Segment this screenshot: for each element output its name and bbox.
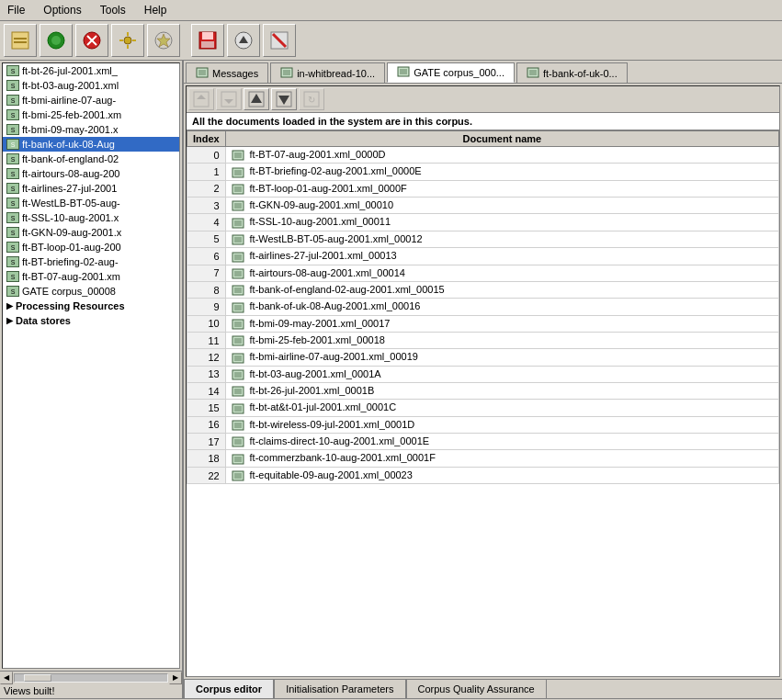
scroll-right-btn[interactable]: ▶ [169,672,182,684]
left-item-ft-bank-of-england-02[interactable]: Sft-bank-of-england-02 [3,152,179,166]
doc-icon [232,268,247,278]
row-name[interactable]: ft-BT-07-aug-2001.xml_0000D [225,147,778,164]
table-row[interactable]: 13 ft-bt-03-aug-2001.xml_0001A [187,366,779,382]
left-item-ft-bmi-25-feb-2001[interactable]: Sft-bmi-25-feb-2001.xm [3,107,179,122]
bottom-tab-corpus-editor[interactable]: Corpus editor [184,680,274,698]
row-name[interactable]: ft-bt-at&t-01-jul-2001.xml_0001C [225,400,778,416]
corpus-table[interactable]: Index Document name 0 ft-BT-07-aug-2001.… [187,130,779,676]
row-name[interactable]: ft-airtours-08-aug-2001.xml_00014 [225,265,778,281]
refresh-btn[interactable]: ↻ [299,88,324,110]
svg-rect-12 [132,40,136,41]
new-app-btn[interactable] [4,24,37,57]
move-up-btn[interactable] [244,88,269,110]
table-row[interactable]: 6 ft-airlines-27-jul-2001.xml_00013 [187,248,779,265]
left-item-ft-bank-of-uk-08-Aug[interactable]: Sft-bank-of-uk-08-Aug [3,137,179,152]
left-item-ft-BT-briefing-02-aug[interactable]: Sft-BT-briefing-02-aug- [3,254,179,269]
row-name[interactable]: ft-WestLB-BT-05-aug-2001.xml_00012 [225,231,778,247]
row-name[interactable]: ft-bank-of-england-02-aug-2001.xml_00015 [225,281,778,298]
table-row[interactable]: 0 ft-BT-07-aug-2001.xml_0000D [187,147,779,164]
col-index: Index [187,131,226,147]
close-btn[interactable] [75,24,108,57]
remove-doc-btn[interactable] [216,88,242,110]
open-btn[interactable] [40,24,73,57]
doc-icon [232,150,247,160]
table-row[interactable]: 18 ft-commerzbank-10-aug-2001.xml_0001F [187,450,779,467]
table-row[interactable]: 5 ft-WestLB-BT-05-aug-2001.xml_00012 [187,231,779,247]
table-row[interactable]: 2 ft-BT-loop-01-aug-2001.xml_0000F [187,180,779,197]
row-name[interactable]: ft-bt-26-jul-2001.xml_0001B [225,383,778,400]
row-name[interactable]: ft-BT-loop-01-aug-2001.xml_0000F [225,180,778,197]
clear-btn[interactable] [263,24,296,57]
bottom-tab-init-params[interactable]: Initialisation Parameters [274,680,405,698]
row-index: 17 [187,434,226,450]
doc-icon [232,420,247,430]
row-name[interactable]: ft-GKN-09-aug-2001.xml_00010 [225,198,778,214]
save-btn[interactable] [191,24,224,57]
svg-rect-9 [127,32,129,36]
row-name[interactable]: ft-bank-of-uk-08-Aug-2001.xml_00016 [225,299,778,315]
left-item-ft-BT-loop-01-aug-200[interactable]: Sft-BT-loop-01-aug-200 [3,240,179,254]
row-name[interactable]: ft-bt-wireless-09-jul-2001.xml_0001D [225,416,778,433]
doc-icon [232,402,247,412]
menu-help[interactable]: Help [141,2,171,18]
row-name[interactable]: ft-bmi-25-feb-2001.xml_00018 [225,332,778,348]
table-row[interactable]: 7 ft-airtours-08-aug-2001.xml_00014 [187,265,779,281]
left-item-ft-WestLB-BT-05-aug[interactable]: Sft-WestLB-BT-05-aug- [3,196,179,210]
tab-messages[interactable]: Messages [186,62,268,83]
left-item-ft-GKN-09-aug-2001[interactable]: Sft-GKN-09-aug-2001.x [3,225,179,240]
document-list[interactable]: Sft-bt-26-jul-2001.xml_Sft-bt-03-aug-200… [2,62,180,669]
left-section-processing-resources[interactable]: ▶ Processing Resources [3,299,179,313]
table-row[interactable]: 9 ft-bank-of-uk-08-Aug-2001.xml_00016 [187,299,779,315]
left-item-ft-airlines-27-jul-2001[interactable]: Sft-airlines-27-jul-2001 [3,181,179,196]
table-row[interactable]: 8 ft-bank-of-england-02-aug-2001.xml_000… [187,281,779,298]
left-item-ft-airtours-08-aug-200[interactable]: Sft-airtours-08-aug-200 [3,166,179,181]
table-row[interactable]: 12 ft-bmi-airline-07-aug-2001.xml_00019 [187,349,779,366]
settings-btn[interactable] [111,24,144,57]
row-name[interactable]: ft-BT-briefing-02-aug-2001.xml_0000E [225,164,778,180]
menu-tools[interactable]: Tools [96,2,130,18]
row-name[interactable]: ft-equitable-09-aug-2001.xml_00023 [225,467,778,483]
scroll-left-btn[interactable]: ◀ [0,672,13,684]
tab-in-whitbread[interactable]: in-whitbread-10... [270,62,385,83]
corpus-info: All the documents loaded in the system a… [187,113,779,130]
move-down-btn[interactable] [271,88,297,110]
tab-gate-corpus[interactable]: GATE corpus_000... [387,62,515,83]
row-name[interactable]: ft-bmi-09-may-2001.xml_00017 [225,315,778,332]
table-row[interactable]: 15 ft-bt-at&t-01-jul-2001.xml_0001C [187,400,779,416]
table-row[interactable]: 11 ft-bmi-25-feb-2001.xml_00018 [187,332,779,348]
left-item-ft-SSL-10-aug-2001[interactable]: Sft-SSL-10-aug-2001.x [3,210,179,225]
left-section-data-stores[interactable]: ▶ Data stores [3,313,179,328]
row-name[interactable]: ft-bt-03-aug-2001.xml_0001A [225,366,778,382]
tab-icon-messages [196,67,209,80]
scroll-track[interactable] [14,673,168,683]
left-horiz-scrollbar[interactable]: ◀ ▶ [0,671,182,683]
table-row[interactable]: 16 ft-bt-wireless-09-jul-2001.xml_0001D [187,416,779,433]
table-row[interactable]: 3 ft-GKN-09-aug-2001.xml_00010 [187,198,779,214]
star-btn[interactable] [147,24,180,57]
row-name[interactable]: ft-claims-direct-10-aug-2001.xml_0001E [225,434,778,450]
left-item-GATE-corpus-00008[interactable]: SGATE corpus_00008 [3,284,179,299]
table-row[interactable]: 22 ft-equitable-09-aug-2001.xml_00023 [187,467,779,483]
menu-options[interactable]: Options [40,2,85,18]
left-item-ft-BT-07-aug-2001[interactable]: Sft-BT-07-aug-2001.xm [3,269,179,284]
row-name[interactable]: ft-commerzbank-10-aug-2001.xml_0001F [225,450,778,467]
row-name[interactable]: ft-airlines-27-jul-2001.xml_00013 [225,248,778,265]
left-item-ft-bt-03-aug-2001[interactable]: Sft-bt-03-aug-2001.xml [3,78,179,93]
row-index: 8 [187,281,226,298]
table-row[interactable]: 14 ft-bt-26-jul-2001.xml_0001B [187,383,779,400]
left-item-ft-bmi-airline-07-aug[interactable]: Sft-bmi-airline-07-aug- [3,93,179,107]
bottom-tab-corpus-qa[interactable]: Corpus Quality Assurance [406,680,547,698]
table-row[interactable]: 10 ft-bmi-09-may-2001.xml_00017 [187,315,779,332]
left-item-ft-bt-26-jul-2001[interactable]: Sft-bt-26-jul-2001.xml_ [3,63,179,78]
export-btn[interactable] [227,24,260,57]
table-row[interactable]: 17 ft-claims-direct-10-aug-2001.xml_0001… [187,434,779,450]
table-row[interactable]: 4 ft-SSL-10-aug-2001.xml_00011 [187,214,779,231]
tab-ft-bank-of-uk[interactable]: ft-bank-of-uk-0... [516,62,628,83]
row-name[interactable]: ft-bmi-airline-07-aug-2001.xml_00019 [225,349,778,366]
menu-file[interactable]: File [4,2,28,18]
row-name[interactable]: ft-SSL-10-aug-2001.xml_00011 [225,214,778,231]
left-item-ft-bmi-09-may-2001[interactable]: Sft-bmi-09-may-2001.x [3,122,179,137]
table-row[interactable]: 1 ft-BT-briefing-02-aug-2001.xml_0000E [187,164,779,180]
add-doc-btn[interactable] [188,88,214,110]
scroll-thumb[interactable] [24,674,51,682]
